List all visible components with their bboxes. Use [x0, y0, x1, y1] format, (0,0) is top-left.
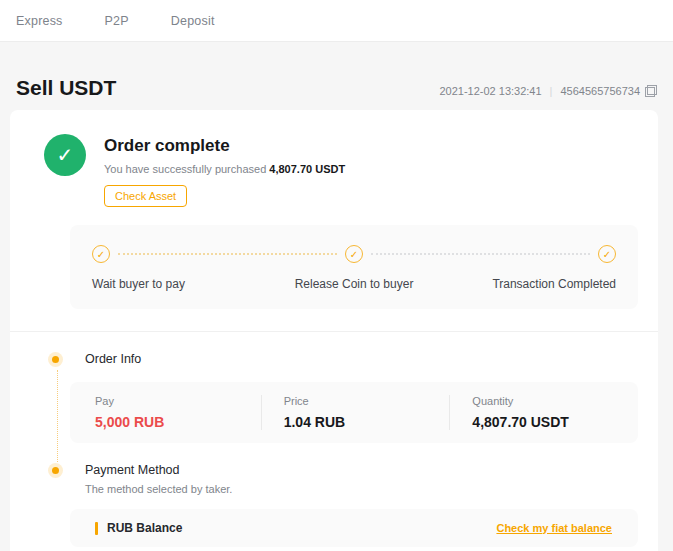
nav-item-deposit[interactable]: Deposit [171, 14, 215, 28]
quantity-field: Quantity 4,807.70 USDT [449, 395, 638, 430]
page-header: Sell USDT 2021-12-02 13:32:41 | 45645657… [0, 42, 673, 110]
order-info-section: Order Info Pay 5,000 RUB Price 1.04 RUB … [30, 352, 638, 463]
order-info-bullet-icon [52, 356, 59, 363]
order-card: ✓ Order complete You have successfully p… [10, 110, 658, 551]
payment-method-section: Payment Method The method selected by ta… [30, 463, 638, 547]
check-asset-button[interactable]: Check Asset [104, 185, 187, 207]
copy-icon[interactable] [645, 85, 657, 97]
step-connector-2 [371, 253, 590, 255]
nav-item-express[interactable]: Express [16, 14, 63, 28]
quantity-label: Quantity [472, 395, 638, 407]
order-info-title: Order Info [85, 352, 638, 366]
order-info-box: Pay 5,000 RUB Price 1.04 RUB Quantity 4,… [70, 382, 638, 443]
stepper-row: ✓ ✓ ✓ [92, 245, 616, 263]
check-fiat-balance-link[interactable]: Check my fiat balance [496, 522, 612, 534]
progress-stepper: ✓ ✓ ✓ Wait buyer to pay Release Coin to … [70, 225, 638, 309]
order-status-subtitle: You have successfully purchased 4,807.70… [104, 163, 345, 175]
payment-method-row: RUB Balance Check my fiat balance [70, 509, 638, 547]
timeline-connector [57, 370, 58, 462]
meta-separator: | [550, 85, 553, 97]
pay-field: Pay 5,000 RUB [70, 395, 261, 430]
payment-method-subtitle: The method selected by taker. [85, 483, 638, 495]
order-timestamp: 2021-12-02 13:32:41 [439, 85, 541, 97]
stepper-labels: Wait buyer to pay Release Coin to buyer … [92, 277, 616, 291]
step1-label: Wait buyer to pay [92, 277, 267, 291]
step3-label: Transaction Completed [441, 277, 616, 291]
step2-label: Release Coin to buyer [267, 277, 442, 291]
subtitle-amount: 4,807.70 USDT [269, 163, 345, 175]
method-accent-bar [95, 522, 98, 535]
pay-value: 5,000 RUB [95, 414, 261, 430]
pay-label: Pay [95, 395, 261, 407]
quantity-value: 4,807.70 USDT [472, 414, 638, 430]
order-meta: 2021-12-02 13:32:41 | 4564565756734 [439, 85, 657, 100]
order-id: 4564565756734 [560, 85, 640, 97]
order-status-section: ✓ Order complete You have successfully p… [44, 134, 638, 207]
step2-check-icon: ✓ [345, 245, 363, 263]
step3-check-icon: ✓ [598, 245, 616, 263]
payment-method-title: Payment Method [85, 463, 638, 477]
method-label: RUB Balance [107, 521, 182, 535]
order-details-timeline: Order Info Pay 5,000 RUB Price 1.04 RUB … [30, 332, 638, 547]
page-title: Sell USDT [16, 76, 116, 100]
price-value: 1.04 RUB [284, 414, 450, 430]
top-nav: Express P2P Deposit [0, 0, 673, 42]
method-name: RUB Balance [95, 521, 182, 535]
nav-item-p2p[interactable]: P2P [105, 14, 129, 28]
price-field: Price 1.04 RUB [261, 395, 450, 430]
success-check-icon: ✓ [44, 134, 86, 176]
payment-method-bullet-icon [52, 467, 59, 474]
order-status-title: Order complete [104, 134, 345, 156]
step1-check-icon: ✓ [92, 245, 110, 263]
step-connector-1 [118, 253, 337, 255]
price-label: Price [284, 395, 450, 407]
subtitle-text: You have successfully purchased [104, 163, 266, 175]
